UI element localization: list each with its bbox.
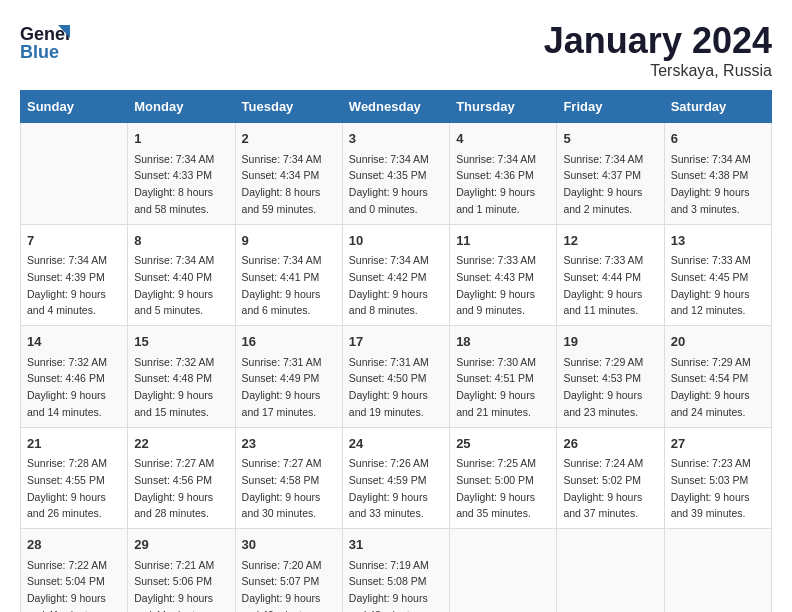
day-detail: Sunrise: 7:33 AM bbox=[456, 254, 536, 266]
day-detail: Daylight: 9 hours bbox=[563, 186, 642, 198]
calendar-cell: 25Sunrise: 7:25 AMSunset: 5:00 PMDayligh… bbox=[450, 427, 557, 529]
day-detail: Daylight: 9 hours bbox=[563, 288, 642, 300]
day-detail: Sunrise: 7:34 AM bbox=[134, 153, 214, 165]
day-detail: Sunset: 5:04 PM bbox=[27, 575, 105, 587]
day-detail: Daylight: 9 hours bbox=[563, 389, 642, 401]
day-detail: Daylight: 9 hours bbox=[563, 491, 642, 503]
day-number: 17 bbox=[349, 332, 443, 352]
day-detail: Daylight: 9 hours bbox=[456, 288, 535, 300]
day-detail: and 12 minutes. bbox=[671, 304, 746, 316]
calendar-cell: 2Sunrise: 7:34 AMSunset: 4:34 PMDaylight… bbox=[235, 123, 342, 225]
day-detail: Daylight: 9 hours bbox=[134, 592, 213, 604]
day-detail: and 1 minute. bbox=[456, 203, 520, 215]
day-detail: Sunset: 4:41 PM bbox=[242, 271, 320, 283]
day-number: 16 bbox=[242, 332, 336, 352]
calendar-cell: 23Sunrise: 7:27 AMSunset: 4:58 PMDayligh… bbox=[235, 427, 342, 529]
calendar-cell: 5Sunrise: 7:34 AMSunset: 4:37 PMDaylight… bbox=[557, 123, 664, 225]
calendar-week-row: 28Sunrise: 7:22 AMSunset: 5:04 PMDayligh… bbox=[21, 529, 772, 613]
day-detail: Sunrise: 7:34 AM bbox=[456, 153, 536, 165]
day-number: 25 bbox=[456, 434, 550, 454]
day-detail: Daylight: 9 hours bbox=[134, 288, 213, 300]
day-number: 26 bbox=[563, 434, 657, 454]
day-detail: Daylight: 9 hours bbox=[27, 592, 106, 604]
day-detail: Daylight: 9 hours bbox=[242, 288, 321, 300]
day-detail: Sunset: 4:40 PM bbox=[134, 271, 212, 283]
day-detail: Sunset: 4:48 PM bbox=[134, 372, 212, 384]
day-detail: Daylight: 9 hours bbox=[671, 491, 750, 503]
calendar-cell: 21Sunrise: 7:28 AMSunset: 4:55 PMDayligh… bbox=[21, 427, 128, 529]
day-detail: and 33 minutes. bbox=[349, 507, 424, 519]
column-header-wednesday: Wednesday bbox=[342, 91, 449, 123]
day-detail: Sunrise: 7:28 AM bbox=[27, 457, 107, 469]
day-detail: Sunrise: 7:34 AM bbox=[671, 153, 751, 165]
day-detail: and 39 minutes. bbox=[671, 507, 746, 519]
day-detail: Sunset: 4:50 PM bbox=[349, 372, 427, 384]
day-number: 7 bbox=[27, 231, 121, 251]
page-title: January 2024 bbox=[544, 20, 772, 62]
day-detail: Sunrise: 7:25 AM bbox=[456, 457, 536, 469]
day-detail: Daylight: 9 hours bbox=[27, 389, 106, 401]
day-detail: Daylight: 9 hours bbox=[456, 389, 535, 401]
day-number: 19 bbox=[563, 332, 657, 352]
calendar-cell: 19Sunrise: 7:29 AMSunset: 4:53 PMDayligh… bbox=[557, 326, 664, 428]
day-number: 4 bbox=[456, 129, 550, 149]
day-detail: Sunrise: 7:34 AM bbox=[134, 254, 214, 266]
day-detail: Sunrise: 7:30 AM bbox=[456, 356, 536, 368]
day-detail: Sunset: 5:08 PM bbox=[349, 575, 427, 587]
day-detail: Daylight: 9 hours bbox=[456, 186, 535, 198]
day-number: 23 bbox=[242, 434, 336, 454]
calendar-cell: 15Sunrise: 7:32 AMSunset: 4:48 PMDayligh… bbox=[128, 326, 235, 428]
calendar-week-row: 1Sunrise: 7:34 AMSunset: 4:33 PMDaylight… bbox=[21, 123, 772, 225]
calendar-cell: 12Sunrise: 7:33 AMSunset: 4:44 PMDayligh… bbox=[557, 224, 664, 326]
day-number: 22 bbox=[134, 434, 228, 454]
day-number: 28 bbox=[27, 535, 121, 555]
day-number: 10 bbox=[349, 231, 443, 251]
day-detail: and 17 minutes. bbox=[242, 406, 317, 418]
day-detail: and 19 minutes. bbox=[349, 406, 424, 418]
day-detail: Sunset: 4:36 PM bbox=[456, 169, 534, 181]
calendar-cell bbox=[664, 529, 771, 613]
day-detail: and 6 minutes. bbox=[242, 304, 311, 316]
day-detail: and 2 minutes. bbox=[563, 203, 632, 215]
calendar-cell: 11Sunrise: 7:33 AMSunset: 4:43 PMDayligh… bbox=[450, 224, 557, 326]
day-number: 13 bbox=[671, 231, 765, 251]
calendar-cell bbox=[21, 123, 128, 225]
day-detail: Sunrise: 7:33 AM bbox=[563, 254, 643, 266]
page-header: General Blue January 2024 Terskaya, Russ… bbox=[20, 20, 772, 80]
day-detail: Sunset: 4:49 PM bbox=[242, 372, 320, 384]
day-number: 21 bbox=[27, 434, 121, 454]
day-number: 14 bbox=[27, 332, 121, 352]
calendar-cell: 29Sunrise: 7:21 AMSunset: 5:06 PMDayligh… bbox=[128, 529, 235, 613]
calendar-cell: 31Sunrise: 7:19 AMSunset: 5:08 PMDayligh… bbox=[342, 529, 449, 613]
day-detail: Daylight: 9 hours bbox=[27, 491, 106, 503]
day-number: 20 bbox=[671, 332, 765, 352]
day-detail: Sunrise: 7:32 AM bbox=[27, 356, 107, 368]
day-detail: Daylight: 9 hours bbox=[242, 592, 321, 604]
day-detail: Sunrise: 7:21 AM bbox=[134, 559, 214, 571]
calendar-header-row: SundayMondayTuesdayWednesdayThursdayFrid… bbox=[21, 91, 772, 123]
day-number: 2 bbox=[242, 129, 336, 149]
column-header-thursday: Thursday bbox=[450, 91, 557, 123]
calendar-cell: 7Sunrise: 7:34 AMSunset: 4:39 PMDaylight… bbox=[21, 224, 128, 326]
day-detail: Sunset: 4:42 PM bbox=[349, 271, 427, 283]
day-detail: Daylight: 8 hours bbox=[134, 186, 213, 198]
day-detail: and 26 minutes. bbox=[27, 507, 102, 519]
calendar-week-row: 7Sunrise: 7:34 AMSunset: 4:39 PMDaylight… bbox=[21, 224, 772, 326]
day-detail: Sunrise: 7:26 AM bbox=[349, 457, 429, 469]
day-detail: Daylight: 9 hours bbox=[134, 389, 213, 401]
day-detail: Daylight: 9 hours bbox=[456, 491, 535, 503]
calendar-cell: 16Sunrise: 7:31 AMSunset: 4:49 PMDayligh… bbox=[235, 326, 342, 428]
calendar-cell: 1Sunrise: 7:34 AMSunset: 4:33 PMDaylight… bbox=[128, 123, 235, 225]
calendar-cell: 8Sunrise: 7:34 AMSunset: 4:40 PMDaylight… bbox=[128, 224, 235, 326]
day-detail: Sunrise: 7:19 AM bbox=[349, 559, 429, 571]
day-number: 30 bbox=[242, 535, 336, 555]
day-detail: Sunrise: 7:34 AM bbox=[242, 254, 322, 266]
day-detail: and 21 minutes. bbox=[456, 406, 531, 418]
day-detail: and 59 minutes. bbox=[242, 203, 317, 215]
day-detail: and 9 minutes. bbox=[456, 304, 525, 316]
column-header-friday: Friday bbox=[557, 91, 664, 123]
calendar-cell: 9Sunrise: 7:34 AMSunset: 4:41 PMDaylight… bbox=[235, 224, 342, 326]
day-number: 3 bbox=[349, 129, 443, 149]
day-detail: Sunset: 5:06 PM bbox=[134, 575, 212, 587]
day-detail: and 58 minutes. bbox=[134, 203, 209, 215]
